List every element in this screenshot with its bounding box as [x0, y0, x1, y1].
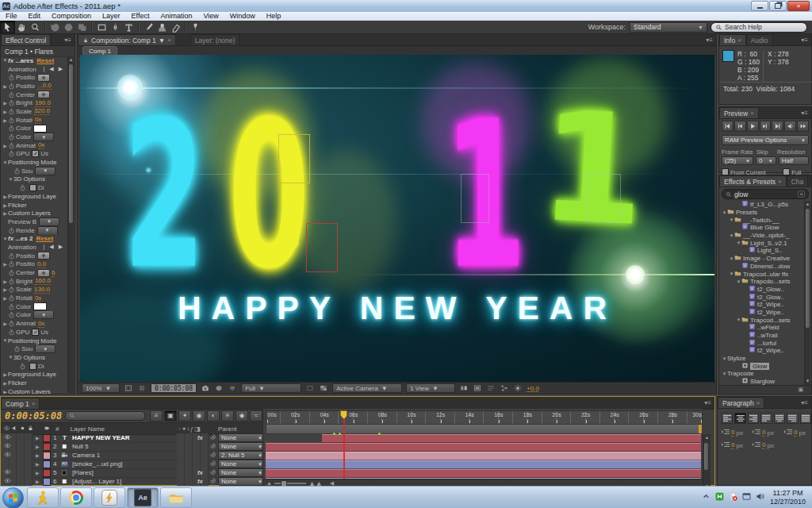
preset-item-t2-wipe-[interactable]: t2_Wipe.. — [719, 301, 806, 309]
preset-item-trapcod-ular-ffx[interactable]: ▼Trapcod..ular ffx — [719, 270, 806, 278]
property-dropdown[interactable]: ▼ — [37, 226, 58, 235]
stopwatch-icon[interactable] — [8, 150, 15, 157]
unified-camera-tool-icon[interactable] — [62, 21, 75, 33]
tray-green-app-icon[interactable] — [714, 491, 725, 505]
twirl-icon[interactable]: ▼ — [2, 58, 8, 63]
preset-item--vide-opilot-[interactable]: ▼__-Vide..opilot-_ — [719, 232, 806, 240]
effect-property-center[interactable]: Center — [1, 90, 70, 99]
restore-button[interactable] — [769, 1, 787, 11]
twirl-icon[interactable]: ▶ — [2, 210, 8, 216]
twirl-icon[interactable]: ▶ — [2, 321, 8, 326]
preset-item--twitch-[interactable]: ▼__-Twitch-__ — [719, 216, 806, 224]
eye-icon[interactable] — [4, 468, 11, 477]
property-value[interactable]: ...0.0 — [37, 82, 52, 90]
justify-last-center-icon[interactable] — [774, 413, 785, 424]
tab-character[interactable]: Cha — [787, 175, 809, 187]
point-control-button[interactable] — [37, 90, 50, 98]
pen-tool-icon[interactable] — [109, 21, 122, 33]
puppet-pin-tool-icon[interactable] — [189, 21, 202, 33]
stopwatch-icon[interactable] — [8, 329, 15, 336]
comp-mini-flowchart-icon[interactable]: ≡ — [150, 410, 163, 421]
effect-property-rotati[interactable]: ▶Rotati0x — [1, 294, 70, 302]
stopwatch-icon[interactable] — [8, 260, 15, 267]
exposure-icon[interactable] — [513, 384, 523, 392]
explorer-taskbar-button[interactable] — [160, 487, 192, 508]
skip-dropdown[interactable]: 0▼ — [756, 156, 776, 165]
minimize-button[interactable] — [751, 1, 768, 11]
property-dropdown[interactable]: ▼ — [39, 217, 59, 226]
effect-property-foreground-laye[interactable]: ▶Foreground Laye — [1, 192, 70, 201]
hide-shy-icon[interactable]: ✦ — [178, 410, 191, 421]
effect-property-animat[interactable]: ▶Animat0x — [1, 319, 70, 328]
preset-item-light-s-v2-1[interactable]: ▼Light_S..v2.1 — [719, 239, 806, 247]
preset-item-presets[interactable]: ▼Presets — [719, 209, 806, 217]
effect-property-rotati[interactable]: ▶Rotati0x — [1, 116, 70, 125]
fx-badge[interactable]: fx — [197, 434, 203, 441]
close-button[interactable]: × — [787, 1, 810, 11]
region-of-interest-icon[interactable] — [305, 384, 315, 392]
preset-item--lorful[interactable]: ...lorful — [719, 339, 806, 347]
clone-stamp-tool-icon[interactable] — [155, 21, 169, 33]
scrollbar-thumb[interactable] — [69, 64, 73, 223]
property-value[interactable]: 320.0 — [34, 107, 50, 115]
preset-item-light-s-[interactable]: Light_S.. — [719, 247, 806, 255]
current-timecode[interactable]: 0:00:05:08 — [5, 410, 62, 421]
ram-preview-options-dropdown[interactable]: RAM Preview Options▼ — [722, 135, 809, 145]
twirl-icon[interactable]: ▼ — [8, 355, 13, 360]
property-dropdown[interactable]: ▼ — [35, 344, 56, 353]
eye-icon[interactable] — [4, 477, 11, 486]
tab-paragraph[interactable]: Paragraph× — [718, 397, 764, 408]
selection-tool-icon[interactable] — [0, 21, 15, 33]
view-layout-dropdown[interactable]: 1 View▼ — [406, 383, 455, 393]
parent-dropdown[interactable]: None▼ — [218, 477, 266, 486]
brush-tool-icon[interactable] — [142, 21, 155, 33]
preset-item-trapcode[interactable]: ▼Trapcode — [719, 370, 806, 378]
effect-property-positio[interactable]: Positio — [1, 73, 70, 82]
preset-item-t2-wipe-[interactable]: t2_Wipe.. — [719, 309, 806, 317]
zoom-out-mountain-icon[interactable]: ▲ — [266, 480, 272, 486]
flowchart-icon[interactable] — [500, 384, 509, 392]
panel-menu-icon[interactable]: ▾≡ — [701, 399, 714, 406]
parent-column-label[interactable]: Parent — [218, 425, 237, 433]
stopwatch-icon[interactable] — [8, 294, 15, 302]
parent-pickwhip-icon[interactable] — [209, 433, 216, 442]
stopwatch-icon[interactable] — [8, 74, 15, 81]
layer-name[interactable]: HAPPY NEW YEAR — [72, 434, 175, 441]
next-frame-button[interactable] — [760, 121, 772, 132]
clear-search-icon[interactable]: × — [798, 190, 805, 198]
twirl-icon[interactable]: ▶ — [2, 380, 8, 386]
layer-duration-bar[interactable] — [322, 434, 701, 443]
layer-label-color[interactable] — [43, 434, 51, 442]
panel-menu-icon[interactable]: ▾≡ — [61, 37, 75, 44]
stopwatch-icon[interactable] — [8, 142, 15, 149]
effect-property-positio[interactable]: ▶Positio...0.0 — [1, 82, 70, 90]
parent-dropdown[interactable]: None▼ — [218, 433, 266, 442]
layer-expander-icon[interactable]: ▶ — [36, 470, 40, 475]
align-right-icon[interactable] — [748, 413, 759, 424]
layer-switches[interactable] — [177, 477, 209, 486]
effect-header-1[interactable]: ▼fx...es 2Reset — [1, 234, 70, 243]
safe-areas-icon[interactable] — [124, 384, 133, 392]
menu-effect[interactable]: Effect — [126, 12, 155, 21]
effect-property-check[interactable]: Di — [1, 183, 70, 192]
preset-item-glow[interactable]: Glow — [719, 362, 806, 370]
parent-pickwhip-icon[interactable] — [209, 468, 216, 477]
tab-layer[interactable]: Layer: (none) — [190, 34, 240, 45]
tray-expand-icon[interactable] — [701, 491, 711, 505]
effect-property-gpu[interactable]: GPU✓Us — [1, 150, 70, 159]
paragraph-value[interactable]: 0 — [762, 429, 765, 437]
property-checkbox[interactable]: ✓ — [32, 329, 39, 336]
pan-behind-tool-icon[interactable] — [75, 21, 89, 33]
preset-item-t2-glow-[interactable]: t2_Glow.. — [719, 293, 806, 301]
preset-item-t2-wipe-[interactable]: t2_Wipe.. — [719, 347, 806, 355]
timeline-zoom-slider[interactable] — [274, 483, 306, 484]
stopwatch-icon[interactable] — [8, 252, 15, 260]
keyframe-dot[interactable] — [339, 433, 341, 435]
effect-property-preview-b[interactable]: Preview B▼ — [1, 217, 70, 226]
property-dropdown[interactable]: ▼ — [35, 167, 56, 175]
layer-label-color[interactable] — [43, 478, 51, 486]
layer-expander-icon[interactable]: ▶ — [36, 444, 40, 449]
frame-blend-icon[interactable]: ◉ — [193, 410, 205, 421]
panel-menu-icon[interactable]: ▾≡ — [798, 37, 811, 44]
stopwatch-icon[interactable] — [19, 363, 26, 370]
